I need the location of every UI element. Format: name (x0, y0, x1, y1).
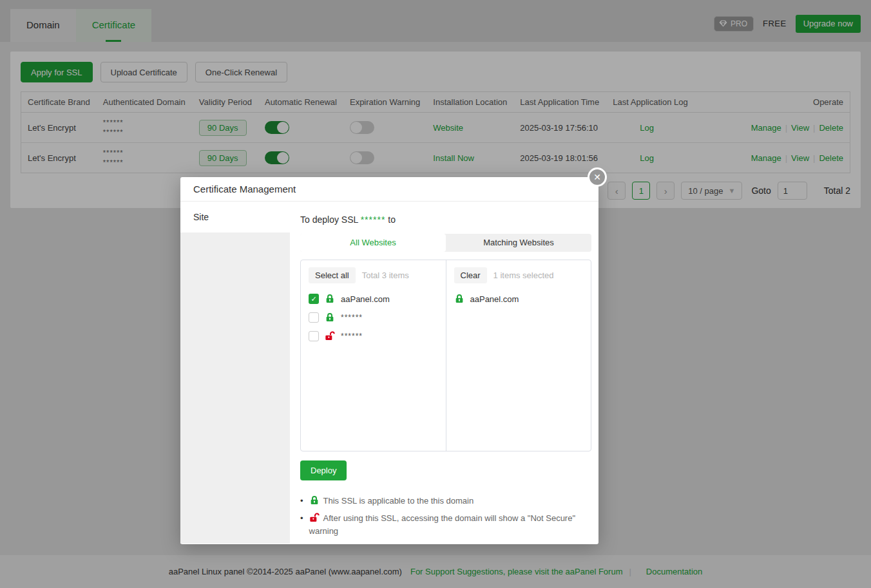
tab-matching-websites[interactable]: Matching Websites (446, 234, 591, 252)
lock-closed-icon (325, 294, 335, 304)
lock-closed-icon (454, 294, 464, 304)
website-filter-tabs: All Websites Matching Websites (300, 234, 591, 252)
target-summary: 1 items selected (493, 270, 554, 280)
close-icon[interactable]: ✕ (588, 167, 607, 187)
lock-closed-icon (309, 495, 320, 506)
modal-title: Certificate Management (180, 177, 598, 202)
note-applicable: • This SSL is applicable to the this dom… (300, 495, 591, 507)
note-not-secure: • After using this SSL, accessing the do… (300, 512, 591, 538)
website-label: ****** (341, 332, 363, 341)
lock-open-icon (325, 331, 335, 341)
list-item[interactable]: ****** (309, 312, 438, 323)
certificate-management-modal: ✕ Certificate Management Site To deploy … (180, 177, 598, 544)
source-panel: Select all Total 3 items aaPanel.com (301, 260, 446, 451)
target-panel: Clear 1 items selected aaPanel.com (446, 260, 591, 451)
source-summary: Total 3 items (362, 270, 409, 280)
checkbox-unchecked[interactable] (309, 331, 319, 341)
deploy-button[interactable]: Deploy (300, 460, 347, 480)
website-label: aaPanel.com (470, 294, 519, 304)
checkbox-unchecked[interactable] (309, 312, 319, 323)
note-text: This SSL is applicable to the this domai… (323, 496, 474, 506)
lock-open-icon (309, 513, 320, 523)
ssl-notes: • This SSL is applicable to the this dom… (300, 495, 591, 538)
website-label: ****** (341, 313, 363, 322)
note-text: After using this SSL, accessing the doma… (309, 513, 575, 536)
list-item[interactable]: aaPanel.com (309, 294, 438, 304)
modal-content: To deploy SSL ****** to All Websites Mat… (290, 202, 602, 544)
deploy-target-line: To deploy SSL ****** to (300, 214, 591, 225)
tab-all-websites[interactable]: All Websites (300, 234, 446, 252)
clear-button[interactable]: Clear (454, 267, 487, 283)
list-item[interactable]: ****** (309, 331, 438, 341)
website-label: aaPanel.com (341, 294, 390, 304)
lock-closed-icon (325, 312, 335, 323)
website-transfer-list: Select all Total 3 items aaPanel.com (300, 260, 591, 451)
bullet: • (300, 512, 303, 538)
select-all-button[interactable]: Select all (309, 267, 356, 283)
modal-sidebar: Site (180, 202, 290, 544)
checkbox-checked[interactable] (309, 294, 319, 304)
bullet: • (300, 495, 303, 507)
ssl-name: ****** (361, 214, 386, 225)
list-item[interactable]: aaPanel.com (454, 294, 584, 304)
sidebar-item-site[interactable]: Site (180, 202, 290, 232)
